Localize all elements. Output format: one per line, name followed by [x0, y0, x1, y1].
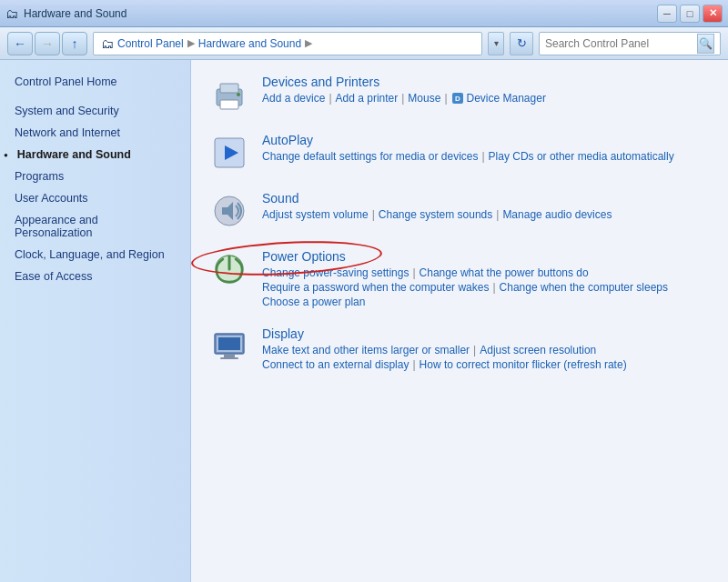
close-button[interactable]: ✕ [703, 5, 723, 23]
change-sounds-link[interactable]: Change system sounds [379, 208, 492, 221]
sidebar-item-appearance-personalization[interactable]: Appearance and Personalization [0, 209, 190, 244]
nav-buttons: ← → ↑ [7, 32, 87, 55]
window-title: Hardware and Sound [24, 7, 126, 20]
title-bar: 🗂 Hardware and Sound ─ □ ✕ [0, 0, 728, 27]
search-button[interactable]: 🔍 [697, 34, 714, 54]
display-title[interactable]: Display [262, 326, 304, 341]
sidebar-item-user-accounts[interactable]: User Accounts [0, 187, 190, 209]
up-button[interactable]: ↑ [62, 32, 87, 55]
sidebar-item-label: Appearance and Personalization [15, 214, 176, 239]
sidebar-item-label: Ease of Access [15, 270, 92, 283]
computer-sleeps-link[interactable]: Change when the computer sleeps [500, 281, 668, 294]
devices-printers-content: Devices and Printers Add a device | Add … [262, 75, 710, 105]
display-links: Make text and other items larger or smal… [262, 344, 710, 371]
section-sound: Sound Adjust system volume | Change syst… [209, 191, 710, 231]
sidebar-item-label: Network and Internet [15, 126, 120, 139]
svg-rect-14 [220, 357, 238, 359]
sound-title[interactable]: Sound [262, 191, 298, 206]
back-button[interactable]: ← [7, 32, 33, 55]
refresh-button[interactable]: ↻ [510, 32, 533, 55]
title-bar-controls: ─ □ ✕ [657, 5, 723, 23]
title-bar-left: 🗂 Hardware and Sound [5, 6, 126, 21]
svg-rect-2 [220, 100, 238, 109]
autoplay-content: AutoPlay Change default settings for med… [262, 133, 710, 163]
autoplay-title[interactable]: AutoPlay [262, 133, 313, 147]
sound-icon [209, 191, 249, 231]
monitor-flicker-link[interactable]: How to correct monitor flicker (refresh … [420, 358, 627, 371]
power-options-title[interactable]: Power Options [262, 249, 346, 264]
address-bar: ← → ↑ 🗂 Control Panel ▶ Hardware and Sou… [0, 27, 728, 60]
devices-printers-icon [209, 75, 249, 115]
section-devices-printers: Devices and Printers Add a device | Add … [209, 75, 710, 115]
sound-links: Adjust system volume | Change system sou… [262, 208, 710, 221]
devices-printers-title[interactable]: Devices and Printers [262, 75, 379, 89]
breadcrumb-bar: 🗂 Control Panel ▶ Hardware and Sound ▶ [93, 32, 482, 55]
devices-printers-links: Add a device | Add a printer | Mouse | D… [262, 92, 710, 105]
sidebar-item-system-security[interactable]: System and Security [0, 100, 190, 122]
sidebar-item-programs[interactable]: Programs [0, 166, 190, 187]
power-options-links: Change power-saving settings | Change wh… [262, 266, 710, 308]
section-autoplay: AutoPlay Change default settings for med… [209, 133, 710, 173]
display-icon [209, 326, 249, 366]
sidebar-item-label: Hardware and Sound [17, 148, 131, 161]
sidebar-item-label: Programs [15, 170, 64, 183]
power-plan-link[interactable]: Choose a power plan [262, 296, 365, 308]
autoplay-default-link[interactable]: Change default settings for media or dev… [262, 150, 478, 163]
svg-text:D: D [455, 95, 460, 103]
sidebar: Control Panel Home System and Security N… [0, 60, 191, 582]
breadcrumb-dropdown[interactable]: ▾ [488, 32, 504, 55]
minimize-button[interactable]: ─ [657, 5, 677, 23]
sidebar-item-hardware-sound[interactable]: Hardware and Sound [0, 144, 190, 166]
content-area: Devices and Printers Add a device | Add … [191, 60, 728, 582]
password-wakes-link[interactable]: Require a password when the computer wak… [262, 281, 489, 294]
manage-audio-link[interactable]: Manage audio devices [502, 208, 612, 221]
window-icon: 🗂 [5, 6, 18, 21]
breadcrumb-current[interactable]: Hardware and Sound [198, 37, 301, 50]
section-display: Display Make text and other items larger… [209, 326, 710, 371]
svg-rect-15 [218, 337, 240, 350]
svg-rect-1 [220, 84, 238, 93]
external-display-link[interactable]: Connect to an external display [262, 358, 409, 371]
autoplay-cds-link[interactable]: Play CDs or other media automatically [489, 150, 674, 163]
sidebar-item-clock-language-region[interactable]: Clock, Language, and Region [0, 244, 190, 266]
sidebar-item-label: User Accounts [15, 192, 88, 205]
power-options-icon [209, 249, 249, 289]
mouse-link[interactable]: Mouse [408, 92, 440, 105]
breadcrumb-icon: 🗂 [101, 36, 114, 51]
main-layout: Control Panel Home System and Security N… [0, 60, 728, 582]
add-printer-link[interactable]: Add a printer [336, 92, 399, 105]
sidebar-item-control-panel-home[interactable]: Control Panel Home [0, 71, 190, 93]
search-bar: 🔍 [539, 32, 721, 55]
sidebar-item-network-internet[interactable]: Network and Internet [0, 122, 190, 144]
svg-point-3 [237, 93, 240, 96]
sidebar-item-label: System and Security [15, 105, 119, 117]
forward-button[interactable]: → [35, 32, 60, 55]
autoplay-icon [209, 133, 249, 173]
add-device-link[interactable]: Add a device [262, 92, 325, 105]
section-power-options: Power Options Change power-saving settin… [209, 249, 710, 308]
display-content: Display Make text and other items larger… [262, 326, 710, 371]
svg-rect-13 [224, 355, 235, 357]
sidebar-item-label: Clock, Language, and Region [15, 248, 165, 261]
power-saving-link[interactable]: Change power-saving settings [262, 266, 409, 279]
maximize-button[interactable]: □ [680, 5, 700, 23]
power-buttons-link[interactable]: Change what the power buttons do [420, 266, 589, 279]
sidebar-item-ease-of-access[interactable]: Ease of Access [0, 266, 190, 287]
breadcrumb-separator-2: ▶ [305, 37, 312, 49]
search-input[interactable] [545, 37, 693, 50]
device-manager-icon: D [451, 92, 464, 105]
breadcrumb-control-panel[interactable]: Control Panel [117, 37, 184, 50]
power-options-content: Power Options Change power-saving settin… [262, 249, 710, 308]
breadcrumb-separator: ▶ [187, 37, 195, 49]
screen-resolution-link[interactable]: Adjust screen resolution [480, 344, 596, 356]
sidebar-item-label: Control Panel Home [15, 75, 117, 88]
text-larger-link[interactable]: Make text and other items larger or smal… [262, 344, 470, 356]
sound-content: Sound Adjust system volume | Change syst… [262, 191, 710, 221]
device-manager-link[interactable]: Device Manager [467, 92, 546, 105]
autoplay-links: Change default settings for media or dev… [262, 150, 710, 163]
adjust-volume-link[interactable]: Adjust system volume [262, 208, 369, 221]
